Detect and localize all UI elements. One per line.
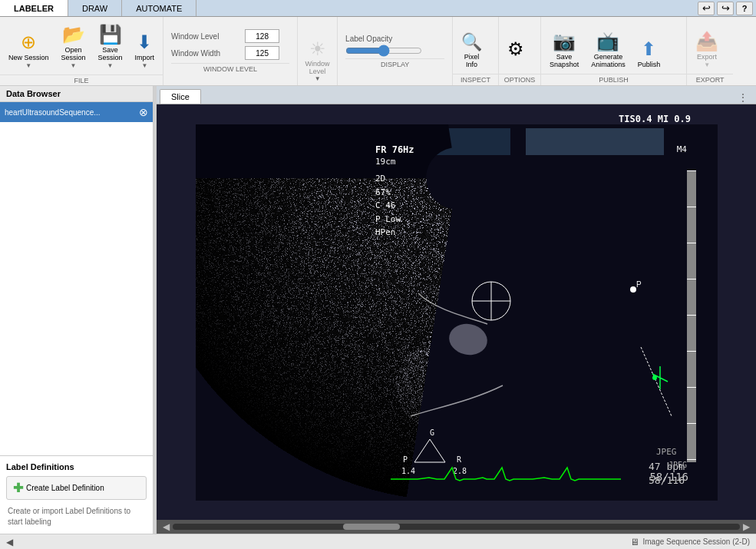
- fr-overlay: FR 76Hz: [375, 144, 414, 155]
- tis-mi-overlay: TIS0.4 MI 0.9: [619, 114, 691, 124]
- help-btn[interactable]: ?: [736, 2, 753, 15]
- image-area: TIS0.4 MI 0.9 FR 76Hz 19cm 2D 67% C 46 P…: [157, 104, 756, 520]
- session-type-label: 🖥 Image Sequence Session (2-D): [630, 537, 750, 547]
- save-snapshot-btn[interactable]: 📷 SaveSnapshot: [544, 27, 584, 72]
- window-width-input[interactable]: [245, 46, 279, 60]
- create-label-definition-btn[interactable]: ✚ Create Label Definition: [6, 476, 147, 500]
- mode-c46: C 46: [375, 199, 401, 213]
- export-dropdown[interactable]: ▼: [704, 61, 710, 68]
- content-tab-bar: Slice ⋮: [157, 86, 756, 104]
- save-session-icon: 💾: [99, 24, 122, 45]
- frame-count-overlay: 58/116: [649, 471, 688, 483]
- toolbar-options-group: ⚙ . OPTIONS: [499, 17, 541, 85]
- window-level-icon: ☀: [309, 38, 326, 60]
- new-session-dropdown[interactable]: ▼: [25, 62, 31, 69]
- horizontal-scrollbar[interactable]: ◀ ▶: [157, 520, 756, 534]
- data-item-label: heartUltrasoundSequence...: [5, 108, 136, 117]
- slice-tab[interactable]: Slice: [160, 89, 201, 104]
- import-dropdown[interactable]: ▼: [141, 62, 147, 69]
- mode-plow: P Low: [375, 213, 401, 227]
- import-icon: ⬇: [137, 31, 152, 53]
- toolbar-publish-group: 📷 SaveSnapshot 📺 GenerateAnimations ⬆ Pu…: [541, 17, 687, 85]
- toolbar-window-level-btn[interactable]: ☀ WindowLevel ▼: [298, 17, 338, 85]
- ecg-line: [391, 464, 621, 491]
- jpeg-overlay: JPEG: [669, 461, 687, 469]
- toolbar-file-group: ⊕ New Session ▼ 📂 OpenSession ▼ 💾 SaveSe…: [0, 17, 163, 85]
- window-level-btn-dropdown[interactable]: ▼: [315, 75, 321, 82]
- new-session-icon: ⊕: [21, 31, 36, 53]
- scroll-track[interactable]: [173, 524, 740, 530]
- save-session-btn[interactable]: 💾 SaveSession ▼: [93, 20, 128, 73]
- content-menu-btn[interactable]: ⋮: [733, 91, 753, 104]
- fr-sub-overlay: 19cm: [375, 157, 396, 167]
- export-btn[interactable]: 📤 Export ▼: [690, 27, 724, 72]
- data-item[interactable]: heartUltrasoundSequence... ⊗: [0, 102, 153, 122]
- mode-67: 67%: [375, 186, 401, 200]
- label-definitions-header: Label Definitions: [6, 462, 147, 471]
- scroll-left-arrow[interactable]: ◀: [160, 521, 173, 532]
- options-btn[interactable]: ⚙ .: [502, 35, 530, 72]
- pixel-info-icon: 🔍: [461, 32, 482, 52]
- window-level-input[interactable]: [245, 29, 279, 43]
- open-session-dropdown[interactable]: ▼: [71, 62, 77, 69]
- toolbar-inspect-group: 🔍 PixelInfo INSPECT: [453, 17, 499, 85]
- toolbar-display-group: Label Opacity DISPLAY: [338, 17, 453, 85]
- status-bar: ◀ 🖥 Image Sequence Session (2-D): [0, 534, 756, 549]
- new-session-btn[interactable]: ⊕ New Session ▼: [3, 28, 54, 73]
- create-label-hint: Create or import Label Definitions to st…: [6, 506, 147, 528]
- data-item-close-icon[interactable]: ⊗: [139, 106, 148, 118]
- data-browser-header: Data Browser: [0, 86, 153, 102]
- publish-btn[interactable]: ⬆ Publish: [632, 35, 666, 72]
- scroll-right-arrow[interactable]: ▶: [740, 521, 753, 532]
- publish-icon: ⬆: [641, 38, 656, 60]
- tab-labeler[interactable]: LABELER: [0, 0, 68, 16]
- mode-overlay: 2D 67% C 46 P Low HPen: [375, 172, 401, 240]
- generate-animations-btn[interactable]: 📺 GenerateAnimations: [586, 27, 631, 72]
- save-snapshot-icon: 📷: [553, 31, 576, 52]
- open-session-icon: 📂: [62, 24, 85, 45]
- options-gear-icon: ⚙: [507, 38, 524, 60]
- create-label-plus-icon: ✚: [13, 481, 23, 495]
- generate-animations-icon: 📺: [596, 31, 619, 52]
- undo-btn[interactable]: ↩: [698, 2, 715, 15]
- scroll-thumb[interactable]: [343, 524, 400, 530]
- sidebar: Data Browser heartUltrasoundSequence... …: [0, 86, 154, 534]
- mode-2d: 2D: [375, 172, 401, 186]
- ultrasound-canvas: [196, 124, 718, 501]
- redo-btn[interactable]: ↪: [717, 2, 734, 15]
- open-session-btn[interactable]: 📂 OpenSession ▼: [56, 20, 91, 73]
- import-btn[interactable]: ⬇ Import ▼: [130, 28, 160, 73]
- mode-hpen: HPen: [375, 226, 401, 240]
- label-opacity-slider[interactable]: [345, 45, 422, 57]
- tab-draw[interactable]: DRAW: [68, 0, 122, 16]
- export-icon: 📤: [695, 31, 718, 52]
- m4-overlay: M4: [677, 144, 687, 154]
- status-left-arrow[interactable]: ◀: [6, 537, 13, 547]
- label-definitions-section: Label Definitions ✚ Create Label Definit…: [0, 455, 153, 534]
- save-session-dropdown[interactable]: ▼: [107, 62, 114, 69]
- pixel-info-btn[interactable]: 🔍 PixelInfo: [456, 28, 487, 72]
- content-area: Slice ⋮ TIS0.4 MI 0.9 FR 76Hz 19cm 2D 67…: [157, 86, 756, 534]
- toolbar-export-group: 📤 Export ▼ EXPORT: [687, 17, 733, 85]
- toolbar-window-level-group: Window Level Window Width WINDOW LEVEL: [163, 17, 298, 85]
- session-type-icon: 🖥: [630, 537, 639, 547]
- tab-automate[interactable]: AUTOMATE: [122, 0, 196, 16]
